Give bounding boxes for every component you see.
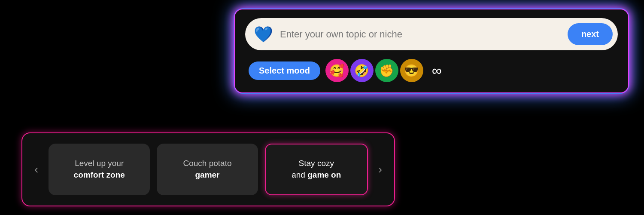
card-couch-potato[interactable]: Couch potatogamer — [157, 144, 258, 195]
cool-emoji[interactable]: 😎 — [400, 59, 423, 82]
card-text-3: Stay cozyand game on — [292, 158, 341, 181]
carousel-prev-button[interactable]: ‹ — [31, 159, 42, 180]
emoji-selector: 🥰 🤣 ✊ 😎 — [325, 59, 423, 82]
love-emoji[interactable]: 🥰 — [325, 59, 349, 82]
card-stay-cozy[interactable]: Stay cozyand game on — [265, 144, 368, 195]
infinity-icon[interactable]: ∞ — [432, 63, 442, 79]
fist-emoji[interactable]: ✊ — [375, 59, 398, 82]
carousel-cards: Level up yourcomfort zone Couch potatoga… — [49, 144, 368, 195]
suggestion-carousel: ‹ Level up yourcomfort zone Couch potato… — [21, 132, 395, 206]
card-text-2: Couch potatogamer — [183, 158, 231, 181]
card-text-1: Level up yourcomfort zone — [74, 158, 125, 181]
carousel-next-button[interactable]: › — [375, 159, 386, 180]
topic-input[interactable] — [280, 29, 561, 40]
mood-row: Select mood 🥰 🤣 ✊ 😎 ∞ — [245, 59, 618, 82]
heart-icon: 💙 — [254, 25, 273, 43]
card-level-up[interactable]: Level up yourcomfort zone — [49, 144, 150, 195]
select-mood-button[interactable]: Select mood — [249, 61, 320, 80]
laugh-emoji[interactable]: 🤣 — [350, 59, 374, 82]
search-bar: 💙 next — [245, 18, 618, 50]
next-button[interactable]: next — [568, 23, 613, 45]
topic-input-widget: 💙 next Select mood 🥰 🤣 ✊ 😎 ∞ — [234, 9, 629, 93]
